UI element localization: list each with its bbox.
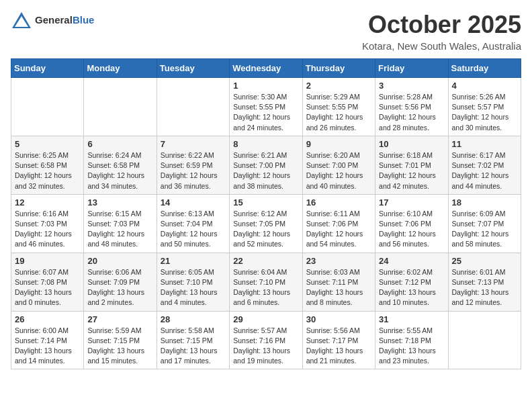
cell-content: Sunrise: 6:07 AMSunset: 7:08 PMDaylight:… bbox=[15, 267, 80, 308]
cell-line: Sunset: 5:55 PM bbox=[306, 102, 371, 112]
calendar-cell: 7Sunrise: 6:22 AMSunset: 6:59 PMDaylight… bbox=[157, 136, 229, 194]
calendar-cell: 28Sunrise: 5:58 AMSunset: 7:15 PMDayligh… bbox=[157, 311, 229, 369]
calendar-cell: 11Sunrise: 6:17 AMSunset: 7:02 PMDayligh… bbox=[448, 136, 521, 194]
cell-content: Sunrise: 6:13 AMSunset: 7:04 PMDaylight:… bbox=[161, 209, 226, 250]
calendar-cell bbox=[11, 78, 84, 136]
cell-line: Sunrise: 5:58 AM bbox=[161, 326, 226, 336]
cell-line: Sunset: 7:08 PM bbox=[15, 277, 80, 287]
calendar-cell: 14Sunrise: 6:13 AMSunset: 7:04 PMDayligh… bbox=[157, 194, 229, 253]
cell-line: Sunrise: 6:24 AM bbox=[87, 150, 152, 161]
cell-content: Sunrise: 5:58 AMSunset: 7:15 PMDaylight:… bbox=[161, 326, 226, 367]
cell-line: Sunset: 7:00 PM bbox=[233, 161, 298, 171]
logo: GeneralBlue bbox=[11, 11, 94, 30]
cell-line: and 12 minutes. bbox=[452, 298, 517, 308]
cell-line: Sunrise: 6:15 AM bbox=[87, 209, 152, 219]
cell-content: Sunrise: 5:30 AMSunset: 5:55 PMDaylight:… bbox=[233, 92, 298, 133]
cell-line: Daylight: 12 hours bbox=[452, 171, 517, 181]
cell-line: and 2 minutes. bbox=[87, 298, 152, 308]
cell-line: Sunset: 7:07 PM bbox=[452, 219, 517, 229]
cell-line: Sunset: 7:14 PM bbox=[15, 336, 80, 346]
cell-line: Sunset: 7:03 PM bbox=[87, 219, 152, 229]
cell-content: Sunrise: 6:21 AMSunset: 7:00 PMDaylight:… bbox=[233, 150, 298, 191]
cell-line: Daylight: 12 hours bbox=[233, 171, 298, 181]
cell-line: and 26 minutes. bbox=[306, 123, 371, 133]
cell-line: Sunset: 7:01 PM bbox=[379, 161, 444, 171]
cell-line: Sunrise: 6:18 AM bbox=[379, 150, 444, 161]
cell-content: Sunrise: 5:56 AMSunset: 7:17 PMDaylight:… bbox=[306, 326, 371, 367]
cell-line: and 17 minutes. bbox=[161, 356, 226, 366]
cell-content: Sunrise: 6:22 AMSunset: 6:59 PMDaylight:… bbox=[161, 150, 226, 191]
week-row-3: 12Sunrise: 6:16 AMSunset: 7:03 PMDayligh… bbox=[11, 194, 521, 253]
cell-line: and 8 minutes. bbox=[306, 298, 371, 308]
cell-content: Sunrise: 6:12 AMSunset: 7:05 PMDaylight:… bbox=[233, 209, 298, 250]
cell-line: Sunset: 7:10 PM bbox=[161, 277, 226, 287]
calendar-cell: 15Sunrise: 6:12 AMSunset: 7:05 PMDayligh… bbox=[230, 194, 302, 253]
cell-line: Sunset: 7:17 PM bbox=[306, 336, 371, 346]
day-number: 2 bbox=[306, 81, 371, 91]
cell-line: Daylight: 12 hours bbox=[306, 112, 371, 122]
weekday-tuesday: Tuesday bbox=[157, 59, 229, 78]
cell-line: Daylight: 12 hours bbox=[15, 229, 80, 239]
cell-line: Sunrise: 6:11 AM bbox=[306, 209, 371, 219]
cell-line: Sunrise: 5:28 AM bbox=[379, 92, 444, 102]
cell-content: Sunrise: 6:02 AMSunset: 7:12 PMDaylight:… bbox=[379, 267, 444, 308]
calendar-cell: 16Sunrise: 6:11 AMSunset: 7:06 PMDayligh… bbox=[302, 194, 375, 253]
weekday-thursday: Thursday bbox=[302, 59, 375, 78]
calendar-cell: 4Sunrise: 5:26 AMSunset: 5:57 PMDaylight… bbox=[448, 78, 521, 136]
day-number: 9 bbox=[306, 139, 371, 149]
cell-line: Daylight: 13 hours bbox=[161, 346, 226, 356]
week-row-5: 26Sunrise: 6:00 AMSunset: 7:14 PMDayligh… bbox=[11, 311, 521, 369]
cell-line: Daylight: 12 hours bbox=[233, 229, 298, 239]
cell-line: Sunset: 7:10 PM bbox=[233, 277, 298, 287]
calendar-cell: 19Sunrise: 6:07 AMSunset: 7:08 PMDayligh… bbox=[11, 253, 84, 311]
cell-line: Sunset: 6:58 PM bbox=[15, 161, 80, 171]
cell-line: Sunset: 7:04 PM bbox=[161, 219, 226, 229]
cell-line: Daylight: 12 hours bbox=[161, 229, 226, 239]
day-number: 22 bbox=[233, 256, 298, 266]
calendar-cell: 31Sunrise: 5:55 AMSunset: 7:18 PMDayligh… bbox=[375, 311, 448, 369]
day-number: 24 bbox=[379, 256, 444, 266]
cell-line: Sunset: 7:06 PM bbox=[306, 219, 371, 229]
day-number: 7 bbox=[161, 139, 226, 149]
day-number: 28 bbox=[161, 314, 226, 324]
cell-line: Sunset: 7:05 PM bbox=[233, 219, 298, 229]
day-number: 18 bbox=[452, 197, 517, 208]
logo-general: General bbox=[35, 14, 73, 26]
cell-line: Daylight: 12 hours bbox=[452, 112, 517, 122]
calendar-cell: 3Sunrise: 5:28 AMSunset: 5:56 PMDaylight… bbox=[375, 78, 448, 136]
day-number: 8 bbox=[233, 139, 298, 149]
cell-line: and 36 minutes. bbox=[161, 181, 226, 191]
cell-line: Sunset: 5:56 PM bbox=[379, 102, 444, 112]
day-number: 16 bbox=[306, 197, 371, 208]
cell-line: Daylight: 13 hours bbox=[379, 287, 444, 298]
cell-line: and 54 minutes. bbox=[306, 239, 371, 249]
cell-content: Sunrise: 6:05 AMSunset: 7:10 PMDaylight:… bbox=[161, 267, 226, 308]
cell-line: Daylight: 12 hours bbox=[379, 112, 444, 122]
cell-line: Sunrise: 5:59 AM bbox=[87, 326, 152, 336]
cell-line: Sunset: 7:02 PM bbox=[452, 161, 517, 171]
cell-line: Sunrise: 6:22 AM bbox=[161, 150, 226, 161]
day-number: 20 bbox=[87, 256, 152, 266]
day-number: 10 bbox=[379, 139, 444, 149]
cell-content: Sunrise: 5:57 AMSunset: 7:16 PMDaylight:… bbox=[233, 326, 298, 367]
cell-line: Sunset: 5:57 PM bbox=[452, 102, 517, 112]
cell-line: Daylight: 12 hours bbox=[15, 171, 80, 181]
cell-line: Sunrise: 6:16 AM bbox=[15, 209, 80, 219]
calendar-cell: 6Sunrise: 6:24 AMSunset: 6:58 PMDaylight… bbox=[84, 136, 157, 194]
cell-content: Sunrise: 6:04 AMSunset: 7:10 PMDaylight:… bbox=[233, 267, 298, 308]
cell-line: Daylight: 13 hours bbox=[87, 346, 152, 356]
cell-line: Sunrise: 5:30 AM bbox=[233, 92, 298, 102]
cell-content: Sunrise: 5:55 AMSunset: 7:18 PMDaylight:… bbox=[379, 326, 444, 367]
day-number: 23 bbox=[306, 256, 371, 266]
cell-line: Sunset: 6:59 PM bbox=[161, 161, 226, 171]
cell-line: and 28 minutes. bbox=[379, 123, 444, 133]
cell-line: Daylight: 12 hours bbox=[379, 171, 444, 181]
week-row-4: 19Sunrise: 6:07 AMSunset: 7:08 PMDayligh… bbox=[11, 253, 521, 311]
cell-line: and 48 minutes. bbox=[87, 239, 152, 249]
cell-line: Sunrise: 6:00 AM bbox=[15, 326, 80, 336]
cell-line: and 34 minutes. bbox=[87, 181, 152, 191]
day-number: 27 bbox=[87, 314, 152, 324]
day-number: 14 bbox=[161, 197, 226, 208]
calendar-cell: 25Sunrise: 6:01 AMSunset: 7:13 PMDayligh… bbox=[448, 253, 521, 311]
cell-line: Sunrise: 6:13 AM bbox=[161, 209, 226, 219]
